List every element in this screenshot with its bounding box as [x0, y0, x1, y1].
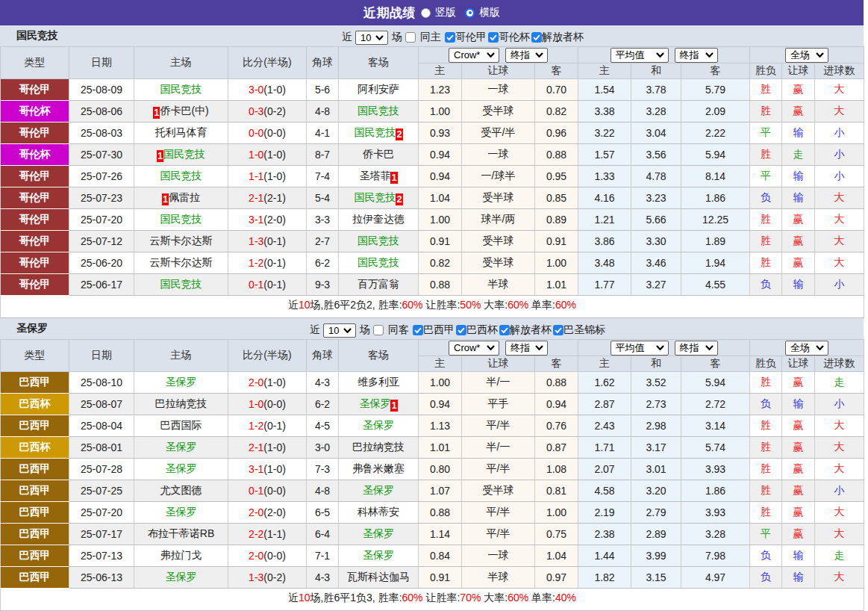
date-cell: 25-06-17: [69, 274, 134, 296]
league-type-cell: 哥伦甲: [1, 166, 69, 187]
odds-time-select[interactable]: 终指: [505, 341, 548, 356]
league-type-cell: 哥伦甲: [1, 231, 69, 252]
scope-select[interactable]: 全场: [785, 48, 828, 63]
result-cell: 输: [782, 122, 815, 144]
fulltime-score: 2-2: [249, 528, 263, 540]
halftime-score: (1-0): [263, 441, 286, 453]
date-cell: 25-08-10: [69, 372, 134, 394]
odds-cell: 0.70: [535, 79, 578, 101]
same-venue-checkbox[interactable]: [405, 32, 416, 43]
corner-cell: 6-5: [307, 502, 339, 524]
chevron-down-icon: [343, 328, 352, 333]
date-cell: 25-08-07: [69, 394, 134, 415]
halftime-score: (2-0): [263, 506, 286, 518]
average-odds-cell: 3.52: [631, 372, 681, 394]
home-cell: 1侨卡巴(中): [134, 101, 228, 122]
date-cell: 25-08-09: [69, 79, 134, 101]
column-header: 客场: [339, 340, 419, 372]
layout-radio-1[interactable]: [465, 8, 475, 18]
league-type-cell: 巴西杯: [1, 394, 69, 415]
odds-company-select[interactable]: Crow*: [449, 48, 499, 63]
halftime-score: (1-0): [263, 376, 286, 388]
average-select[interactable]: 平均值: [611, 341, 669, 356]
fulltime-score: 1-3: [249, 235, 263, 247]
result-cell: 赢: [782, 101, 815, 122]
away-cell: 阿利安萨: [339, 79, 419, 101]
layout-radio-0[interactable]: [421, 8, 431, 18]
average-select-group: 平均值终指: [578, 340, 750, 356]
odds-time-select[interactable]: 终指: [505, 48, 548, 63]
odds-company-select[interactable]: Crow*: [449, 341, 499, 356]
score-cell: 1-1(1-0): [228, 166, 307, 187]
recent-count-select[interactable]: 10: [323, 323, 356, 338]
fulltime-score: 1-0: [249, 149, 263, 161]
average-time-select[interactable]: 终指: [675, 48, 718, 63]
halftime-score: (0-0): [263, 485, 286, 497]
scope-select[interactable]: 全场: [785, 341, 828, 356]
halftime-score: (0-2): [263, 105, 286, 117]
result-cell: 赢: [782, 480, 815, 502]
corner-cell: 9-3: [307, 274, 339, 296]
league-checkbox-1[interactable]: [456, 325, 466, 335]
match-row: 巴西甲 25-08-10 圣保罗 2-0(1-0) 4-3 维多利亚 1.00 …: [1, 372, 864, 394]
league-checkbox-0[interactable]: [413, 325, 423, 335]
league-checkbox-2[interactable]: [531, 32, 542, 43]
home-team-name: 弗拉门戈: [160, 549, 202, 561]
average-time-select[interactable]: 终指: [675, 341, 718, 356]
home-team-name: 尤文图德: [160, 484, 202, 496]
home-team-name: 云斯卡尔达斯: [150, 235, 213, 246]
same-venue-checkbox[interactable]: [373, 325, 384, 335]
result-cell: 小: [815, 166, 864, 187]
chevron-down-icon: [487, 52, 495, 58]
average-odds-cell: 3.30: [631, 231, 681, 252]
recent-count-select[interactable]: 10: [355, 31, 388, 45]
result-cell: 大: [815, 567, 864, 589]
result-cell: 赢: [782, 79, 815, 101]
result-cell: 输: [782, 187, 815, 209]
away-team-name: 圣保罗: [363, 549, 394, 561]
result-cell: 赢: [782, 524, 815, 545]
halftime-score: (1-1): [263, 528, 286, 540]
score-cell: 3-0(1-0): [228, 79, 307, 101]
away-team-name: 百万富翁: [357, 278, 399, 290]
result-cell: 胜: [750, 209, 782, 231]
home-team-name: 国民竞技: [160, 170, 202, 182]
result-cell: 大: [815, 524, 864, 545]
average-odds-cell: 7.98: [681, 545, 750, 567]
results-table: 类型 日期 主场 比分(半场) 角球 客场 Crow*终指 平均值终指 全场 主…: [0, 46, 864, 318]
result-cell: 赢: [782, 459, 815, 480]
league-checkbox-3[interactable]: [553, 325, 563, 335]
fulltime-score: 0-0: [249, 127, 263, 139]
date-cell: 25-07-13: [69, 545, 134, 567]
away-cell: 弗鲁米嫩塞: [339, 459, 419, 480]
fulltime-score: 2-0: [249, 376, 263, 388]
odds-cell: 1.00: [419, 209, 462, 231]
league-type-cell: 哥伦杯: [1, 144, 69, 166]
average-odds-cell: 2.43: [578, 415, 631, 437]
league-checkbox-2[interactable]: [499, 325, 510, 335]
away-team-name: 圣保罗: [363, 527, 394, 539]
card-badge: 1: [390, 172, 397, 184]
away-team-name: 国民竞技: [357, 105, 399, 117]
match-row: 哥伦甲 25-08-09 国民竞技 3-0(1-0) 5-6 阿利安萨 1.23…: [1, 79, 864, 101]
home-team-name: 圣保罗: [166, 571, 197, 583]
result-cell: 大: [815, 79, 864, 101]
date-cell: 25-07-23: [69, 187, 134, 209]
fulltime-score: 0-1: [249, 279, 263, 291]
score-cell: 3-1(2-0): [228, 209, 307, 231]
halftime-score: (2-1): [263, 192, 286, 204]
chevron-down-icon: [705, 345, 714, 350]
column-header: 日期: [69, 47, 134, 79]
score-cell: 1-0(1-0): [228, 144, 307, 166]
average-odds-cell: 1.71: [578, 437, 631, 459]
average-select[interactable]: 平均值: [611, 48, 669, 63]
league-checkbox-1[interactable]: [488, 32, 499, 43]
odds-cell: 半/一: [462, 372, 535, 394]
column-header: 类型: [1, 47, 69, 79]
league-checkbox-0[interactable]: [445, 32, 455, 43]
average-odds-cell: 1.21: [578, 209, 631, 231]
average-odds-cell: 2.89: [631, 524, 681, 545]
result-cell: 赢: [782, 231, 815, 252]
result-cell: 胜: [750, 437, 782, 459]
away-team-name: 弗鲁米嫩塞: [352, 462, 405, 474]
